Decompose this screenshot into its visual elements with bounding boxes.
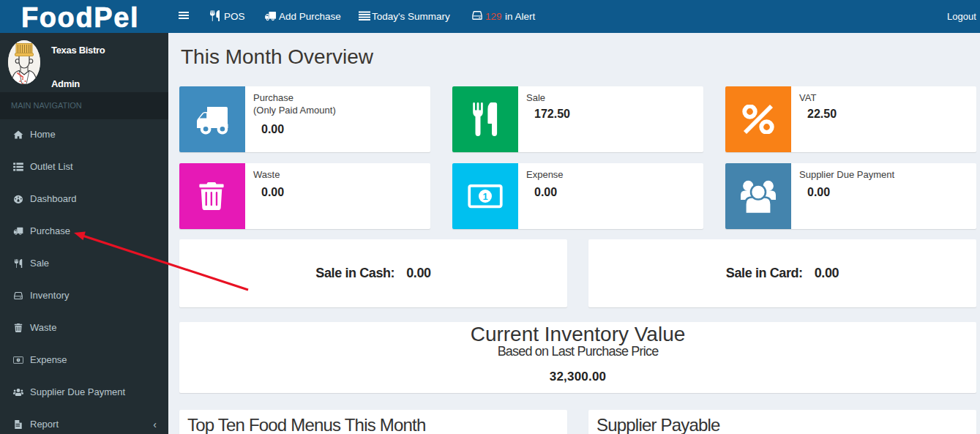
svg-text:1: 1	[18, 359, 19, 362]
svg-text:1: 1	[482, 191, 487, 202]
